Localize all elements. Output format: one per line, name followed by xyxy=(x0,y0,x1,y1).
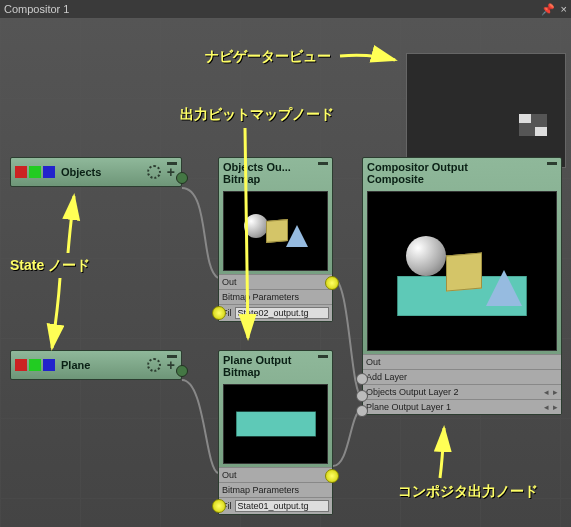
chevron-icon[interactable]: ◂ xyxy=(544,387,549,397)
collapse-icon[interactable] xyxy=(318,355,328,358)
preview-thumbnail xyxy=(223,384,328,464)
in-port[interactable] xyxy=(212,306,226,320)
chevron-icon[interactable]: ▸ xyxy=(553,387,558,397)
node-title-1: Plane Output xyxy=(223,354,328,366)
gear-icon[interactable] xyxy=(147,358,161,372)
out-row: Out xyxy=(219,274,332,289)
navigator-thumbnail-icon xyxy=(519,114,547,136)
node-title-1: Objects Ou... xyxy=(223,161,328,173)
bitmap-params-label: Bitmap Parameters xyxy=(222,292,299,302)
titlebar: Compositor 1 📌 × xyxy=(0,0,571,18)
bitmap-params-label: Bitmap Parameters xyxy=(222,485,299,495)
pin-icon[interactable]: 📌 xyxy=(541,3,555,16)
out-label: Out xyxy=(366,357,381,367)
node-title-2: Composite xyxy=(367,173,557,185)
node-header[interactable]: Objects Ou... Bitmap xyxy=(219,158,332,188)
navigator-view[interactable] xyxy=(406,53,566,168)
node-header[interactable]: Compositor Output Composite xyxy=(363,158,561,188)
layer1-port[interactable] xyxy=(356,405,368,417)
file-field[interactable]: State01_output.tg xyxy=(235,500,330,512)
layer-2-label: Objects Output Layer 2 xyxy=(366,387,459,397)
add-layer-port[interactable] xyxy=(356,373,368,385)
chevron-icon[interactable]: ▸ xyxy=(553,402,558,412)
out-label: Out xyxy=(222,277,237,287)
chevron-icon[interactable]: ◂ xyxy=(544,402,549,412)
annotation-compositor-output: コンポジタ出力ノード xyxy=(398,483,538,501)
annotation-output-bitmap: 出力ビットマップノード xyxy=(180,106,334,124)
plus-icon[interactable]: + xyxy=(167,357,175,373)
preview-thumbnail xyxy=(223,191,328,271)
red-chip-icon xyxy=(15,166,27,178)
node-label: Objects xyxy=(61,166,147,178)
collapse-icon[interactable] xyxy=(318,162,328,165)
blue-chip-icon xyxy=(43,359,55,371)
bitmap-params-row[interactable]: Bitmap Parameters xyxy=(219,289,332,304)
output-port[interactable] xyxy=(176,172,188,184)
node-title-2: Bitmap xyxy=(223,173,328,185)
node-header[interactable]: Plane Output Bitmap xyxy=(219,351,332,381)
state-node-plane[interactable]: Plane + xyxy=(10,350,182,380)
layer-row-1[interactable]: Plane Output Layer 1 ▸ ◂ xyxy=(363,399,561,414)
gear-icon[interactable] xyxy=(147,165,161,179)
out-port[interactable] xyxy=(325,469,339,483)
annotation-navigator: ナビゲータービュー xyxy=(205,48,331,66)
collapse-icon[interactable] xyxy=(547,162,557,165)
node-title-2: Bitmap xyxy=(223,366,328,378)
close-icon[interactable]: × xyxy=(561,3,567,15)
state-node-objects[interactable]: Objects + xyxy=(10,157,182,187)
out-port[interactable] xyxy=(325,276,339,290)
out-row: Out xyxy=(219,467,332,482)
collapse-icon[interactable] xyxy=(167,162,177,165)
add-layer-row[interactable]: Add Layer xyxy=(363,369,561,384)
collapse-icon[interactable] xyxy=(167,355,177,358)
plus-icon[interactable]: + xyxy=(167,164,175,180)
layer2-port[interactable] xyxy=(356,390,368,402)
compositor-output-node[interactable]: Compositor Output Composite Out Add Laye… xyxy=(362,157,562,415)
output-port[interactable] xyxy=(176,365,188,377)
file-field[interactable]: State02_output.tg xyxy=(235,307,330,319)
node-label: Plane xyxy=(61,359,147,371)
preview-thumbnail xyxy=(367,191,557,351)
node-title-1: Compositor Output xyxy=(367,161,557,173)
layer-row-2[interactable]: Objects Output Layer 2 ▸ ◂ xyxy=(363,384,561,399)
layer-1-label: Plane Output Layer 1 xyxy=(366,402,451,412)
green-chip-icon xyxy=(29,359,41,371)
file-row[interactable]: Fil State01_output.tg xyxy=(219,497,332,514)
annotation-state-node: State ノード xyxy=(10,257,90,275)
node-canvas[interactable]: Objects + Plane + Objects Ou... Bitmap O… xyxy=(0,18,571,527)
out-label: Out xyxy=(222,470,237,480)
blue-chip-icon xyxy=(43,166,55,178)
window-title: Compositor 1 xyxy=(4,3,535,15)
bitmap-params-row[interactable]: Bitmap Parameters xyxy=(219,482,332,497)
plane-output-node[interactable]: Plane Output Bitmap Out Bitmap Parameter… xyxy=(218,350,333,515)
file-row[interactable]: Fil State02_output.tg xyxy=(219,304,332,321)
objects-output-node[interactable]: Objects Ou... Bitmap Out Bitmap Paramete… xyxy=(218,157,333,322)
out-row: Out xyxy=(363,354,561,369)
green-chip-icon xyxy=(29,166,41,178)
red-chip-icon xyxy=(15,359,27,371)
add-layer-label: Add Layer xyxy=(366,372,407,382)
in-port[interactable] xyxy=(212,499,226,513)
